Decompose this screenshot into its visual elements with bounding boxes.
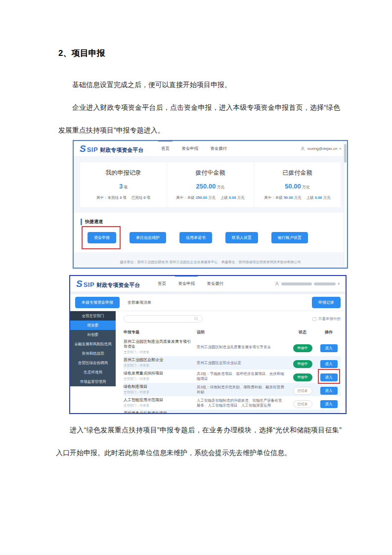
stat-title: 我的申报记录 [80, 169, 167, 177]
user-email: xuxing@dejax.cn [307, 146, 337, 151]
table-row: 高端商务业引导资金项目 主管部门：经发委 苏州工业园区高端商务业引导资金项目 已… [124, 410, 341, 414]
user-menu[interactable]: ▾ [275, 281, 340, 286]
footer-links-redacted [74, 268, 347, 269]
stat-title: 已拨付金额 [254, 169, 341, 177]
sip-logo-icon: S [80, 144, 86, 153]
table-row: 苏州工业园区总部企业 主管部门：经发委 苏州工业园区总部企业认定 申报中 进入 [124, 356, 341, 370]
stat-unit: 万元 [217, 185, 224, 189]
unit-info-maintain-button[interactable]: 单位信息维护 [130, 232, 166, 243]
logo-sip-text: SIP [87, 146, 98, 153]
nav-fund-apply[interactable]: 资金申报 [178, 281, 195, 287]
status-badge: 已结束 [293, 414, 312, 415]
status-badge: 申报中 [293, 344, 312, 352]
status-badge: 申报中 [293, 373, 312, 381]
stat-title: 拨付中金额 [167, 169, 254, 177]
quick-channel-section: 快捷通道 资金申报 单位信息维护 信用承诺书 联系人设置 银行账户设置 [74, 213, 347, 252]
footer-credits: 建设单位：苏州工业园区财政局 苏州工业园区企业发展服务中心 承建单位：苏州德诚信… [74, 260, 347, 265]
contact-settings-button[interactable]: 联系人设置 [225, 232, 258, 243]
user-name-redacted [281, 282, 312, 285]
table-row: 人工智能应用示范项目 主管部门：经发委 人工智能及智能制造的升级改造、智能生产设… [124, 396, 341, 410]
sidebar-item-propaganda[interactable]: 宣传和统战部 [70, 349, 116, 358]
enter-button[interactable]: 进入 [320, 344, 338, 352]
only-declaring-filter[interactable]: 只看申报中的 [312, 317, 341, 322]
enter-button[interactable]: 进入 [320, 400, 338, 408]
table-row: 苏州工业园区制造业高质量发展专项引导资金 主管部门：经发委 苏州工业园区制造业高… [124, 338, 341, 356]
stat-unit: 项 [124, 185, 128, 189]
table-row: 绿色制造项目 主管部门：经发委 共3批：绿色制造示范奖励、保险费补贴、融资租赁费… [124, 383, 341, 396]
scrollbar-thumb[interactable] [344, 144, 347, 163]
top-nav: 首页 资金申报 资金拨付 [158, 281, 223, 287]
nav-fund-pay[interactable]: 资金拨付 [207, 281, 223, 287]
app-logo: S SIP 财政专项资金平台 [76, 279, 140, 289]
topic-title: 高端商务业引导资金项目 [124, 411, 193, 414]
stat-detail: 其中：本级 250.00 万元上级 0.00 万元 [167, 195, 254, 200]
sidebar-item-market-bureau[interactable]: 市场监督管理局 [70, 377, 116, 386]
search-icon [194, 317, 199, 321]
app-header: S SIP 财政专项资金平台 首页 资金申报 资金拨付 ▾ [70, 276, 346, 292]
enter-button[interactable]: 进入 [320, 414, 338, 415]
topic-title: 苏州工业园区制造业高质量发展专项引导资金 [124, 339, 193, 349]
status-badge: 已结束 [293, 400, 312, 408]
stats-card: 我的申报记录 3项 其中：未完结 3 项已完结 0 项 拨付中金额 250.00… [80, 162, 341, 208]
enter-button[interactable]: 进入 [320, 360, 338, 368]
enter-button[interactable]: 进入 [320, 387, 338, 395]
tab-row: 本级专项资金申报 全部事项清单 申报记录 [70, 294, 346, 311]
topic-description: 共3批：节能改造项目、循环经济发展项目、光伏和储能项目 [197, 371, 288, 381]
col-header-action: 操作 [317, 329, 341, 335]
only-declaring-checkbox[interactable] [312, 317, 316, 321]
sidebar-item-jingfawei[interactable]: 经发委 [70, 321, 116, 330]
bank-account-settings-button[interactable]: 银行账户设置 [271, 232, 308, 243]
stat-value: 50.00 [285, 183, 301, 190]
nav-fund-apply[interactable]: 资金申报 [181, 146, 198, 152]
topic-title: 绿色制造项目 [124, 384, 193, 389]
col-header-description: 说明 [197, 329, 288, 335]
scrollbar[interactable] [344, 141, 347, 268]
declaration-records-button[interactable]: 申报记录 [312, 297, 341, 308]
tab-all-items-list[interactable]: 全部事项清单 [128, 300, 151, 305]
stat-paid-amount: 已拨付金额 50.00万元 其中：本级 50.00 万元上级 0.00 万元 [254, 162, 341, 207]
user-menu[interactable]: xuxing@dejax.cn ▾ [301, 146, 341, 151]
doc-paragraph-3: 进入“绿色发展重点扶持项目”申报专题后，在业务办理模块，选择“光伏和储能项目征集… [56, 418, 342, 464]
topic-department: 主管部门：经发委 [124, 377, 193, 381]
stat-unit: 万元 [302, 185, 310, 189]
stat-value: 250.00 [196, 183, 216, 190]
user-org-redacted [314, 282, 336, 285]
topic-description: 苏州工业园区总部企业认定 [197, 361, 288, 366]
screenshot-platform-home: S SIP 财政专项资金平台 首页 资金申报 资金拨付 xuxing@dejax… [73, 140, 348, 269]
topic-department: 主管部门：经发委 [124, 390, 193, 395]
col-header-status: 状态 [288, 329, 317, 335]
doc-paragraph-2: 企业进入财政专项资金平台后，点击资金申报，进入本级专项资金申报首页，选择“绿色发… [58, 96, 340, 141]
table-row-green-development: 绿色发展重点扶持项目 主管部门：经发委 共3批：节能改造项目、循环经济发展项目、… [124, 370, 341, 383]
topic-department: 主管部门：经发委 [124, 350, 193, 355]
nav-fund-pay[interactable]: 资金拨付 [210, 146, 227, 152]
logo-platform-name: 财政专项资金平台 [96, 281, 140, 289]
status-badge: 申报中 [293, 360, 312, 368]
topic-title: 人工智能应用示范项目 [124, 398, 193, 403]
sidebar-item-kechuangwei[interactable]: 科创委 [70, 330, 116, 339]
sidebar-item-ecology-bureau[interactable]: 生态环境局 [70, 368, 116, 377]
nav-home[interactable]: 首页 [158, 281, 166, 287]
col-header-topic: 申报专题 [124, 329, 197, 335]
sidebar-item-ftz-bureau[interactable]: 自贸区综合协调局 [70, 358, 116, 368]
page-footer: 建设单位：苏州工业园区财政局 苏州工业园区企业发展服务中心 承建单位：苏州德诚信… [74, 252, 347, 269]
logo-sip-text: SIP [84, 281, 94, 288]
app-logo: S SIP 财政专项资金平台 [80, 144, 143, 154]
sidebar-item-all-departments[interactable]: 全部主管部门 [70, 311, 116, 321]
quick-channel-buttons: 资金申报 单位信息维护 信用承诺书 联系人设置 银行账户设置 [87, 232, 340, 243]
top-nav: 首页 资金申报 资金拨付 [161, 146, 227, 152]
enter-button-green-development[interactable]: 进入 [320, 373, 338, 381]
sidebar-item-finance-bureau[interactable]: 金融发展和风险防范局 [70, 339, 116, 349]
fund-apply-button[interactable]: 资金申报 [87, 232, 116, 243]
topic-description: 人工智能及智能制造的升级改造、智能生产设备租赁服务、人工智能示范项目、人工智能深… [197, 398, 288, 408]
topic-description: 共3批：绿色制造示范奖励、保险费补贴、融资租赁费补贴 [197, 385, 288, 395]
logo-platform-name: 财政专项资金平台 [100, 146, 143, 154]
search-row: 只看申报中的 [124, 315, 341, 323]
user-icon [275, 281, 279, 286]
search-input[interactable] [124, 315, 203, 323]
nav-home[interactable]: 首页 [161, 146, 170, 152]
tab-local-fund-apply[interactable]: 本级专项资金申报 [75, 297, 120, 308]
credit-letter-button[interactable]: 信用承诺书 [179, 232, 212, 243]
doc-section-title: 2、项目申报 [58, 47, 105, 59]
chevron-down-icon: ▾ [339, 147, 341, 151]
screenshot-declaration-list: S SIP 财政专项资金平台 首页 资金申报 资金拨付 ▾ 本级专项资金申报 全… [69, 275, 347, 414]
